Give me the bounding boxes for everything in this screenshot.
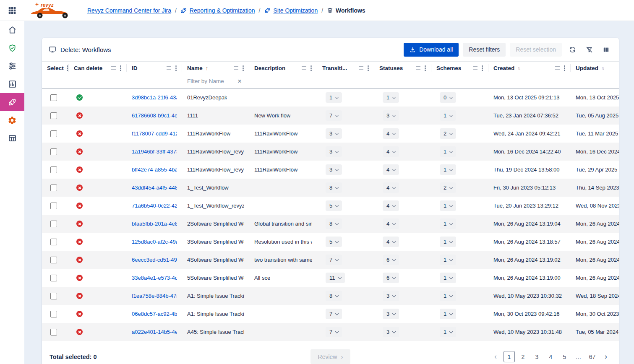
schemes-dropdown[interactable]: 2 [440,182,456,193]
column-menu-icon[interactable] [425,68,426,69]
column-filter-icon[interactable] [167,66,171,70]
column-menu-icon[interactable] [243,68,244,69]
sort-asc-icon[interactable]: ↑ [206,65,209,71]
reset-filters-button[interactable]: Reset filters [463,43,506,57]
statuses-dropdown[interactable]: 4 [383,237,399,247]
workflow-id-link[interactable]: f1178007-cdd9-4129-a [132,130,177,137]
schemes-dropdown[interactable]: 1 [440,164,456,175]
page-button-5[interactable]: 5 [559,351,570,362]
transitions-dropdown[interactable]: 3 [326,146,342,157]
transitions-dropdown[interactable]: 7 [326,327,342,337]
workflow-id-link[interactable]: 125d8ac0-af2c-49aa-b [132,239,177,245]
transitions-dropdown[interactable]: 8 [326,291,342,301]
transitions-dropdown[interactable]: 7 [326,255,342,265]
sidebar-item-settings-sliders[interactable] [0,57,24,75]
schemes-dropdown[interactable]: 2 [440,128,456,139]
col-select[interactable]: Select [42,62,69,74]
transitions-dropdown[interactable]: 8 [326,218,342,229]
column-filter-icon[interactable] [416,66,420,70]
clear-name-filter-icon[interactable]: × [237,78,244,85]
columns-button[interactable] [600,43,612,56]
schemes-dropdown[interactable]: 1 [440,237,456,247]
workflow-id-link[interactable]: bff42e74-a855-4ba7-8 [132,166,177,173]
schemes-dropdown[interactable]: 1 [440,273,456,283]
row-select-checkbox[interactable] [50,221,57,227]
transitions-dropdown[interactable]: 8 [326,182,342,193]
column-filter-icon[interactable] [359,66,363,70]
col-id[interactable]: ID [127,62,182,74]
column-menu-icon[interactable] [564,68,565,69]
column-menu-icon[interactable] [310,68,312,69]
statuses-dropdown[interactable]: 4 [383,146,399,157]
row-select-checkbox[interactable] [50,293,57,299]
prev-page-icon[interactable]: ‹ [490,351,501,362]
row-select-checkbox[interactable] [50,166,57,173]
statuses-dropdown[interactable]: 3 [383,309,399,319]
review-button[interactable]: Review› [310,349,351,364]
schemes-dropdown[interactable]: 1 [440,255,456,265]
row-select-checkbox[interactable] [50,239,57,245]
sort-icon[interactable]: ↑↓ [601,66,604,70]
workflow-id-link[interactable]: 6eecc3ed-cd51-4938-8 [132,257,177,263]
column-menu-icon[interactable] [120,68,121,69]
schemes-dropdown[interactable]: 1 [440,291,456,301]
workflow-id-link[interactable]: 3d98bc1a-21f6-43ad-b [132,94,177,101]
transitions-dropdown[interactable]: 11 [326,273,345,283]
statuses-dropdown[interactable]: 4 [383,164,399,175]
statuses-dropdown[interactable]: 4 [383,182,399,193]
row-select-checkbox[interactable] [50,94,57,101]
schemes-dropdown[interactable]: 1 [440,327,456,337]
statuses-dropdown[interactable]: 3 [383,327,399,337]
row-select-checkbox[interactable] [50,275,57,281]
transitions-dropdown[interactable]: 5 [326,237,342,247]
refresh-button[interactable] [566,43,579,56]
row-select-checkbox[interactable] [50,329,57,335]
workflow-id-link[interactable]: f1ea758e-884b-47ae-a [132,293,177,299]
workflow-id-link[interactable]: 61786608-b9c1-4edf-a [132,112,177,119]
column-filter-icon[interactable] [555,66,560,70]
col-name[interactable]: Name ↑ [182,62,249,74]
schemes-dropdown[interactable]: 1 [440,110,456,121]
next-page-icon[interactable]: › [600,351,611,362]
row-select-checkbox[interactable] [50,203,57,209]
sidebar-item-admin[interactable] [0,111,24,129]
page-button-3[interactable]: 3 [531,351,543,362]
statuses-dropdown[interactable]: 4 [383,218,399,229]
transitions-dropdown[interactable]: 3 [326,128,342,139]
sort-icon[interactable]: ↑↓ [517,66,520,70]
statuses-dropdown[interactable]: 3 [383,110,399,121]
column-menu-icon[interactable] [67,68,68,69]
col-schemes[interactable]: Schemes [431,62,488,74]
reset-selection-button[interactable]: Reset selection [510,43,562,57]
col-statuses[interactable]: Statuses [374,62,431,74]
statuses-dropdown[interactable]: 6 [383,273,399,283]
row-select-checkbox[interactable] [50,130,57,137]
schemes-dropdown[interactable]: 1 [440,309,456,319]
page-button-67[interactable]: 67 [587,351,598,362]
col-can-delete[interactable]: Can delete [69,62,127,74]
statuses-dropdown[interactable]: 4 [383,200,399,211]
page-button-1[interactable]: 1 [504,351,515,362]
sidebar-item-reports[interactable] [0,75,24,93]
sidebar-item-data-tables[interactable] [0,129,24,147]
schemes-dropdown[interactable]: 1 [440,200,456,211]
workflow-id-link[interactable]: 71a6b540-0c22-42da-l [132,203,177,209]
page-button-2[interactable]: 2 [517,351,529,362]
breadcrumb-link-site-optimization[interactable]: Site Optimization [264,7,318,14]
row-select-checkbox[interactable] [50,112,57,119]
column-filter-icon[interactable] [234,66,238,70]
transitions-dropdown[interactable]: 1 [326,92,342,103]
workflow-id-link[interactable]: 33e8a4e1-e573-4d9c-9 [132,275,177,281]
column-menu-icon[interactable] [368,68,369,69]
name-filter-input[interactable] [187,78,235,84]
schemes-dropdown[interactable]: 1 [440,146,456,157]
workflow-id-link[interactable]: bfaa5fbb-201a-4e85-9 [132,221,177,227]
row-select-checkbox[interactable] [50,148,57,155]
statuses-dropdown[interactable]: 4 [383,128,399,139]
row-select-checkbox[interactable] [50,257,57,263]
column-menu-icon[interactable] [175,68,177,69]
col-created[interactable]: Created ↑↓ [488,62,571,74]
transitions-dropdown[interactable]: 7 [326,309,342,319]
workflow-id-link[interactable]: 43ddf454-a4f5-448e-a [132,185,177,191]
row-select-checkbox[interactable] [50,311,57,317]
